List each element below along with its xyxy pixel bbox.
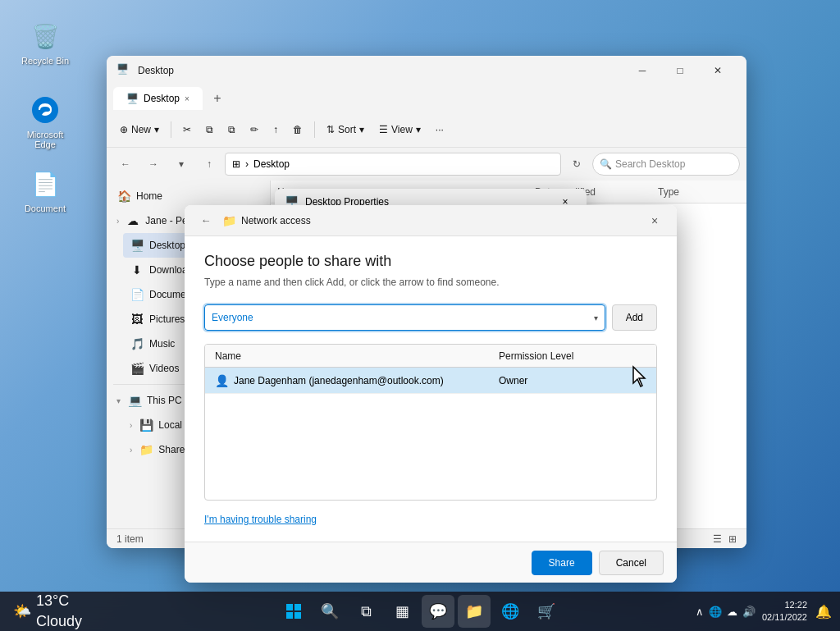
tray-expand-icon[interactable]: ∧ xyxy=(696,606,704,618)
user-permission: Owner xyxy=(499,375,646,386)
task-view-button[interactable]: ⧉ xyxy=(349,595,382,628)
tab-desktop[interactable]: 🖥️ Desktop × xyxy=(113,87,203,110)
tab-close-button[interactable]: × xyxy=(185,94,189,103)
rename-button[interactable]: ✏ xyxy=(244,116,265,144)
svg-rect-4 xyxy=(294,612,301,619)
explorer-titlebar: 🖥️ Desktop ─ □ ✕ xyxy=(107,56,746,85)
desktop-icon-edge[interactable]: Microsoft Edge xyxy=(12,90,78,153)
sidebar-label-videos: Videos xyxy=(149,363,179,374)
more-button[interactable]: ··· xyxy=(429,116,450,144)
volume-tray-icon[interactable]: 🔊 xyxy=(742,606,756,618)
search-box[interactable]: 🔍 Search Desktop xyxy=(592,153,740,176)
view-icon: ☰ xyxy=(379,124,388,135)
dropdown-button[interactable]: ▾ xyxy=(169,152,194,176)
cut-button[interactable]: ✂ xyxy=(176,116,198,144)
minimize-button[interactable]: ─ xyxy=(623,57,661,84)
view-button[interactable]: ☰ View ▾ xyxy=(372,116,427,144)
sort-label: Sort xyxy=(338,124,356,135)
share-close-button[interactable]: × xyxy=(642,209,667,232)
store-taskbar-button[interactable]: 🛒 xyxy=(530,595,563,628)
time-display: 12:22 xyxy=(762,599,807,611)
taskbar-time[interactable]: 12:22 02/11/2022 xyxy=(762,599,807,624)
maximize-button[interactable]: □ xyxy=(661,57,699,84)
taskbar-left: 🌤️ 13°C Cloudy xyxy=(7,595,89,628)
taskbar-center: 🔍 ⧉ ▦ 💬 📁 🌐 🛒 xyxy=(277,595,563,628)
new-button[interactable]: ⊕ New ▾ xyxy=(113,116,166,144)
explorer-window-title: Desktop xyxy=(138,65,623,76)
chat-icon: 💬 xyxy=(429,602,447,620)
delete-icon: 🗑 xyxy=(293,124,303,135)
search-placeholder: Search Desktop xyxy=(615,158,685,170)
refresh-button[interactable]: ↻ xyxy=(564,152,589,176)
sidebar-label-desktop: Desktop xyxy=(149,240,185,251)
up-button[interactable]: ↑ xyxy=(197,152,221,176)
cut-icon: ✂ xyxy=(183,124,191,135)
paste-button[interactable]: ⧉ xyxy=(221,116,242,144)
new-tab-button[interactable]: + xyxy=(206,87,229,110)
onedrive-tray-icon[interactable]: ☁ xyxy=(727,606,737,618)
share-button[interactable]: Share xyxy=(532,551,592,575)
tab-label: Desktop xyxy=(144,93,180,104)
view-toggle: ☰ ⊞ xyxy=(713,533,737,545)
address-input[interactable]: ⊞ › Desktop xyxy=(225,153,561,176)
sort-button[interactable]: ⇅ Sort ▾ xyxy=(320,116,371,144)
sort-icon: ⇅ xyxy=(326,124,335,135)
file-explorer-taskbar-icon: 📁 xyxy=(465,602,483,620)
weather-icon: 🌤️ xyxy=(13,602,31,620)
more-icon: ··· xyxy=(436,124,444,135)
col-name: Name xyxy=(215,350,499,362)
share-table-header: Name Permission Level xyxy=(205,345,656,368)
delete-button[interactable]: 🗑 xyxy=(286,116,309,144)
file-explorer-taskbar-button[interactable]: 📁 xyxy=(458,595,491,628)
store-taskbar-icon: 🛒 xyxy=(537,602,555,620)
chat-button[interactable]: 💬 xyxy=(422,595,454,628)
desktop-icon-recycle-bin[interactable]: 🗑️ Recycle Bin xyxy=(12,16,78,69)
temperature: 13°C xyxy=(36,591,82,611)
edge-taskbar-icon: 🌐 xyxy=(501,602,519,620)
home-icon: 🏠 xyxy=(116,190,131,203)
start-button[interactable] xyxy=(277,595,310,628)
svg-point-0 xyxy=(32,97,58,123)
search-button[interactable]: 🔍 xyxy=(313,595,346,628)
breadcrumb-separator: › xyxy=(245,158,249,170)
document-label: Document xyxy=(25,203,66,213)
input-dropdown-icon: ▾ xyxy=(594,313,598,322)
forward-button[interactable]: → xyxy=(141,152,166,176)
share-table-row[interactable]: 👤 Jane Dagenham (janedagenham@outlook.co… xyxy=(205,368,656,394)
svg-rect-1 xyxy=(286,604,293,610)
copy-button[interactable]: ⧉ xyxy=(199,116,220,144)
share-toolbar-button[interactable]: ↑ xyxy=(267,116,285,144)
desktop-icon-sidebar: 🖥️ xyxy=(130,239,144,252)
network-tray-icon[interactable]: 🌐 xyxy=(709,606,722,618)
new-icon: ⊕ xyxy=(120,124,128,135)
share-title-icon: 📁 xyxy=(222,214,236,227)
cloud-icon: ☁ xyxy=(126,214,140,227)
taskbar-right: ∧ 🌐 ☁ 🔊 12:22 02/11/2022 🔔 xyxy=(696,595,833,628)
cancel-button[interactable]: Cancel xyxy=(599,551,664,575)
music-icon: 🎵 xyxy=(130,337,144,350)
status-text: 1 item xyxy=(116,533,144,545)
task-view-icon: ⧉ xyxy=(361,603,372,620)
trouble-link[interactable]: I'm having trouble sharing xyxy=(204,514,657,525)
col-type-header: Type xyxy=(658,186,740,198)
taskbar: 🌤️ 13°C Cloudy 🔍 ⧉ ▦ xyxy=(0,592,840,631)
user-name: Jane Dagenham (janedagenham@outlook.com) xyxy=(234,375,499,386)
back-button[interactable]: ← xyxy=(113,152,138,176)
breadcrumb-home-icon: ⊞ xyxy=(232,158,240,170)
windows-logo-icon xyxy=(286,604,301,619)
notification-button[interactable]: 🔔 xyxy=(814,595,833,628)
recycle-bin-icon: 🗑️ xyxy=(29,20,62,53)
localdisk-expand-icon: › xyxy=(130,421,132,430)
list-view-icon[interactable]: ☰ xyxy=(713,533,722,545)
desktop-icon-document[interactable]: 📄 Document xyxy=(12,164,78,217)
share-back-button[interactable]: ← xyxy=(194,209,217,232)
sidebar-label-pictures: Pictures xyxy=(149,313,185,325)
people-input[interactable]: Everyone ▾ xyxy=(204,304,605,331)
weather-widget[interactable]: 🌤️ 13°C Cloudy xyxy=(7,595,89,628)
close-button[interactable]: ✕ xyxy=(699,57,737,84)
add-button[interactable]: Add xyxy=(612,304,657,331)
edge-taskbar-button[interactable]: 🌐 xyxy=(494,595,527,628)
grid-view-icon[interactable]: ⊞ xyxy=(728,533,737,545)
widgets-button[interactable]: ▦ xyxy=(386,595,418,628)
shared-icon: 📁 xyxy=(139,443,153,456)
